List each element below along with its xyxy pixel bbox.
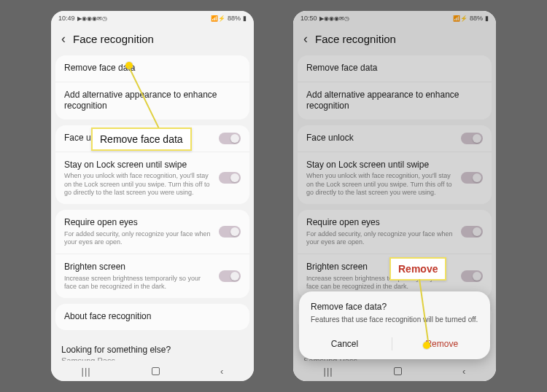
card-face-unlock: Face unlock Stay on Lock screen until sw… — [298, 125, 492, 204]
label-brighten: Brighten screen — [64, 262, 213, 273]
callout-remove: Remove — [389, 257, 446, 281]
label-require-eyes: Require open eyes — [64, 217, 213, 229]
status-icons-left: ▶◉◉◉✉◷ — [77, 15, 107, 22]
page-header: ‹ Face recognition — [293, 26, 496, 55]
toggle-stay-lock[interactable] — [461, 172, 483, 184]
label-about: About face recognition — [64, 311, 241, 323]
sub-stay-lock: When you unlock with face recognition, y… — [64, 172, 213, 197]
sub-brighten: Increase screen brightness temporarily s… — [64, 275, 213, 291]
dialog-separator — [392, 337, 392, 350]
row-require-eyes[interactable]: Require open eyes For added security, on… — [55, 210, 249, 254]
phone-screenshot-2: 10:50 ▶◉◉◉✉◷ 📶⚡ 88% ▮ ‹ Face recognition… — [293, 11, 496, 381]
dialog-message: Features that use face recognition will … — [311, 315, 478, 324]
nav-back-icon[interactable]: ‹ — [220, 366, 223, 377]
callout-remove-face-data: Remove face data — [91, 128, 192, 151]
nav-bar: ||| ‹ — [293, 361, 496, 381]
label-looking: Looking for something else? — [51, 336, 254, 356]
card-face-data: Remove face data Add alternative appeara… — [55, 55, 249, 119]
clock: 10:49 — [58, 15, 75, 22]
settings-content: Remove face data Add alternative appeara… — [51, 55, 254, 361]
back-icon[interactable]: ‹ — [303, 31, 308, 47]
row-face-unlock[interactable]: Face unlock — [298, 125, 492, 152]
nav-back-icon[interactable]: ‹ — [462, 366, 465, 377]
row-add-alternative[interactable]: Add alternative appearance to enhance re… — [298, 82, 492, 119]
sub-require-eyes: For added security, only recognize your … — [306, 230, 455, 247]
row-brighten[interactable]: Brighten screen Increase screen brightne… — [55, 254, 249, 298]
clock: 10:50 — [300, 15, 317, 22]
card-face-data: Remove face data Add alternative appeara… — [298, 55, 492, 119]
sub-stay-lock: When you unlock with face recognition, y… — [306, 172, 455, 197]
toggle-stay-lock[interactable] — [219, 172, 241, 184]
battery-icon: ▮ — [485, 15, 489, 22]
section-looking: Looking for something else? Samsung Pass — [51, 336, 254, 361]
status-icons-right: 📶⚡ — [211, 15, 225, 22]
row-stay-lock[interactable]: Stay on Lock screen until swipe When you… — [55, 152, 249, 204]
label-remove-face-data: Remove face data — [306, 63, 483, 74]
label-face-unlock: Face unlock — [306, 133, 455, 144]
nav-home-icon[interactable] — [152, 367, 160, 375]
page-title: Face recognition — [315, 33, 396, 45]
toggle-brighten[interactable] — [219, 270, 241, 282]
card-options: Require open eyes For added security, on… — [298, 210, 492, 298]
label-require-eyes: Require open eyes — [306, 217, 455, 229]
toggle-require-eyes[interactable] — [461, 226, 483, 238]
card-options: Require open eyes For added security, on… — [55, 210, 249, 298]
toggle-brighten[interactable] — [461, 270, 483, 282]
row-about[interactable]: About face recognition — [55, 304, 249, 330]
status-icons-right: 📶⚡ — [453, 15, 468, 22]
label-stay-lock: Stay on Lock screen until swipe — [306, 160, 455, 171]
nav-recent-icon[interactable]: ||| — [82, 366, 91, 377]
battery-percent: 88% — [228, 15, 241, 22]
nav-recent-icon[interactable]: ||| — [324, 366, 333, 377]
dialog-actions: Cancel Remove — [311, 334, 478, 353]
sub-require-eyes: For added security, only recognize your … — [64, 230, 213, 247]
label-add-alternative: Add alternative appearance to enhance re… — [64, 90, 241, 112]
row-require-eyes[interactable]: Require open eyes For added security, on… — [298, 210, 492, 254]
nav-home-icon[interactable] — [394, 367, 402, 375]
status-bar: 10:50 ▶◉◉◉✉◷ 📶⚡ 88% ▮ — [293, 11, 496, 26]
label-stay-lock: Stay on Lock screen until swipe — [64, 160, 213, 171]
row-remove-face-data[interactable]: Remove face data — [298, 55, 492, 82]
row-stay-lock[interactable]: Stay on Lock screen until swipe When you… — [298, 152, 492, 204]
toggle-require-eyes[interactable] — [219, 226, 241, 238]
status-bar: 10:49 ▶◉◉◉✉◷ 📶⚡ 88% ▮ — [51, 11, 254, 26]
confirm-dialog: Remove face data? Features that use face… — [299, 291, 490, 359]
status-icons-left: ▶◉◉◉✉◷ — [319, 15, 349, 22]
nav-bar: ||| ‹ — [51, 361, 254, 381]
label-add-alternative: Add alternative appearance to enhance re… — [306, 90, 483, 112]
back-icon[interactable]: ‹ — [61, 31, 66, 47]
phone-screenshot-1: 10:49 ▶◉◉◉✉◷ 📶⚡ 88% ▮ ‹ Face recognition… — [51, 11, 254, 381]
battery-percent: 88% — [470, 15, 483, 22]
battery-icon: ▮ — [243, 15, 247, 22]
page-title: Face recognition — [73, 33, 154, 45]
label-remove-face-data: Remove face data — [64, 63, 241, 74]
dialog-title: Remove face data? — [311, 302, 478, 312]
row-remove-face-data[interactable]: Remove face data — [55, 55, 249, 82]
page-header: ‹ Face recognition — [51, 26, 254, 55]
cancel-button[interactable]: Cancel — [324, 334, 365, 353]
toggle-face-unlock[interactable] — [461, 133, 483, 144]
toggle-face-unlock[interactable] — [219, 133, 241, 144]
card-about: About face recognition — [55, 304, 249, 330]
highlight-dot — [423, 342, 430, 349]
